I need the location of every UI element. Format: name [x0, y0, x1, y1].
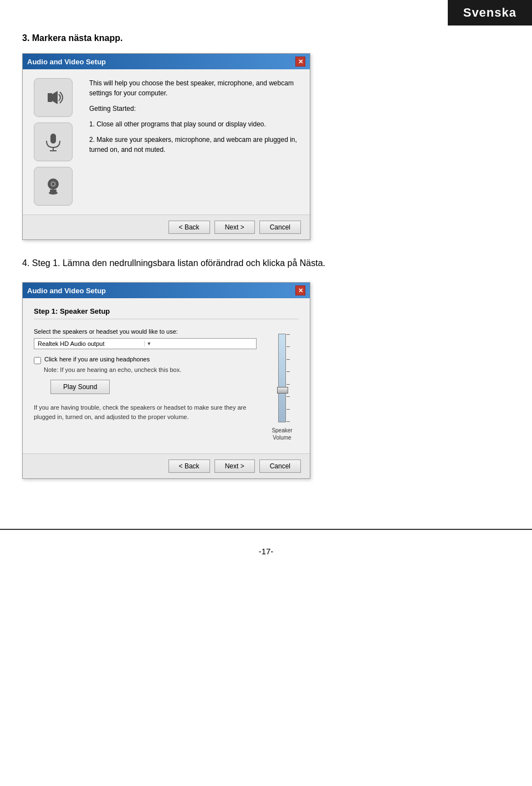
speaker-select-value: Realtek HD Audio output [38, 340, 144, 347]
svg-marker-1 [52, 91, 58, 104]
svg-rect-2 [50, 134, 56, 144]
section3-heading: 3. Markera nästa knapp. [22, 33, 510, 43]
dialog1-body: This will help you choose the best speak… [23, 69, 310, 215]
dialog1-title: Audio and Video Setup [27, 58, 106, 66]
dialog1-back-button[interactable]: < Back [168, 221, 210, 234]
select-label: Select the speakers or headset you would… [34, 328, 257, 335]
dialog1-text: This will help you choose the best speak… [89, 78, 299, 206]
dialog1-close-button[interactable]: ✕ [295, 57, 305, 67]
microphone-icon-box [34, 123, 73, 161]
dialog2: Audio and Video Setup ✕ Step 1: Speaker … [22, 282, 310, 479]
dialog1-icons [34, 78, 78, 206]
dialog2-footer: < Back Next > Cancel [23, 453, 310, 478]
slider-track[interactable] [278, 334, 286, 422]
speaker-right: SpeakerVolume [265, 328, 299, 445]
dialog1-next-button[interactable]: Next > [214, 221, 255, 234]
dialog2-back-button[interactable]: < Back [168, 460, 210, 473]
slider-tick [287, 334, 290, 335]
slider-tick [287, 396, 290, 397]
section4-heading: 4. Steg 1. Lämna den nedrullningsbara li… [22, 257, 510, 270]
slider-tick [287, 359, 290, 360]
play-sound-button[interactable]: Play Sound [50, 380, 110, 394]
svg-point-9 [49, 191, 58, 195]
dialog1-footer: < Back Next > Cancel [23, 215, 310, 239]
dialog2-titlebar: Audio and Video Setup ✕ [23, 283, 310, 298]
dialog1: Audio and Video Setup ✕ [22, 53, 310, 240]
webcam-icon-box [34, 167, 73, 206]
headphones-note: Note: If you are hearing an echo, unchec… [44, 366, 257, 373]
headphones-checkbox-row: Click here if you are using headphones [34, 356, 257, 364]
dialog1-intro: This will help you choose the best speak… [89, 78, 299, 98]
speaker-icon-box [34, 78, 73, 117]
banner-text: Svenska [463, 6, 516, 19]
dialog1-step1: 1. Close all other programs that play so… [89, 119, 299, 129]
dialog2-cancel-button[interactable]: Cancel [259, 460, 301, 473]
dialog1-cancel-button[interactable]: Cancel [259, 221, 301, 234]
bottom-line [0, 529, 532, 530]
volume-label: SpeakerVolume [272, 427, 292, 441]
page-number: -17- [0, 547, 532, 573]
select-arrow-icon: ▼ [144, 341, 253, 346]
svg-point-7 [52, 183, 54, 185]
dialog2-title: Audio and Video Setup [27, 287, 106, 295]
dialog1-step2: 2. Make sure your speakers, microphone, … [89, 135, 299, 155]
headphones-label: Click here if you are using headphones [44, 356, 150, 363]
step-title: Step 1: Speaker Setup [34, 307, 299, 319]
webcam-icon [42, 175, 64, 197]
slider-tick [287, 409, 290, 410]
dialog1-getting-started: Getting Started: [89, 104, 299, 114]
dialog2-close-button[interactable]: ✕ [295, 285, 305, 295]
microphone-icon [42, 131, 64, 153]
svg-rect-0 [48, 93, 52, 102]
slider-tick [287, 371, 290, 372]
slider-tick [287, 346, 290, 347]
speaker-icon [42, 86, 64, 109]
volume-slider: SpeakerVolume [272, 334, 292, 445]
slider-handle[interactable] [277, 387, 288, 394]
slider-tick [287, 384, 290, 385]
speaker-layout: Select the speakers or headset you would… [34, 328, 299, 445]
dialog2-body: Step 1: Speaker Setup Select the speaker… [23, 298, 310, 453]
slider-tick [287, 421, 290, 422]
speaker-select[interactable]: Realtek HD Audio output ▼ [34, 338, 257, 349]
slider-ticks [287, 334, 290, 422]
svenska-banner: Svenska [448, 0, 532, 25]
dialog2-next-button[interactable]: Next > [214, 460, 255, 473]
headphones-checkbox[interactable] [34, 357, 41, 364]
speaker-left: Select the speakers or headset you would… [34, 328, 257, 445]
trouble-text: If you are having trouble, check the spe… [34, 403, 257, 421]
dialog1-titlebar: Audio and Video Setup ✕ [23, 54, 310, 69]
